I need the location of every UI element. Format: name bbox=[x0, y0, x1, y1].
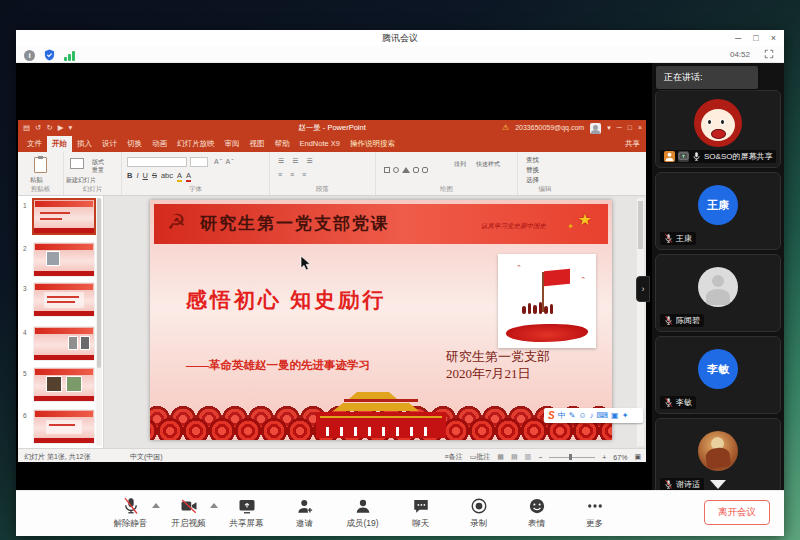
comments-button[interactable]: ▭批注 bbox=[470, 452, 491, 462]
paste-icon[interactable] bbox=[34, 157, 47, 173]
tab-design[interactable]: 设计 bbox=[97, 136, 122, 152]
highlight-button[interactable]: A bbox=[177, 171, 182, 182]
language-status[interactable]: 中文(中国) bbox=[130, 452, 163, 462]
zoom-level[interactable]: 67% bbox=[613, 454, 627, 461]
char-spacing-button[interactable]: abc bbox=[161, 171, 173, 182]
chat-button[interactable]: 聊天 bbox=[398, 497, 443, 530]
save-icon[interactable]: ▤ bbox=[23, 122, 30, 134]
ppt-close-button[interactable]: × bbox=[638, 122, 642, 134]
new-slide-label[interactable]: 新建幻灯片 bbox=[66, 176, 96, 185]
members-button[interactable]: 成员(19) bbox=[340, 497, 385, 530]
tab-file[interactable]: 文件 bbox=[22, 136, 47, 152]
sogou-logo[interactable]: S bbox=[548, 408, 555, 423]
participant-tile[interactable]: 谢诗适 bbox=[655, 418, 781, 490]
font-size-select[interactable] bbox=[190, 157, 208, 167]
share-screen-button[interactable]: 共享屏幕 bbox=[224, 497, 269, 530]
tell-me-search[interactable]: 操作说明搜索 bbox=[345, 136, 400, 152]
leave-meeting-button[interactable]: 离开会议 bbox=[704, 500, 770, 525]
notes-button[interactable]: ≡备注 bbox=[445, 452, 463, 462]
account-avatar[interactable] bbox=[590, 123, 601, 134]
account-email[interactable]: 2033650059@qq.com bbox=[515, 122, 584, 134]
ime-chinese-mode-icon[interactable]: 中 bbox=[558, 408, 566, 423]
video-options-caret[interactable] bbox=[210, 503, 218, 508]
find-button[interactable]: 查找 bbox=[526, 155, 539, 165]
maximize-button[interactable]: □ bbox=[753, 32, 758, 44]
shapes-gallery[interactable] bbox=[384, 160, 431, 178]
ime-voice-icon[interactable]: ♪ bbox=[590, 408, 594, 423]
participant-tile[interactable]: 王康 王康 bbox=[655, 172, 781, 250]
tab-view[interactable]: 视图 bbox=[245, 136, 270, 152]
ime-toolbox-icon[interactable]: ✦ bbox=[622, 408, 629, 423]
slideshow-icon[interactable]: ▶ bbox=[58, 122, 64, 134]
tab-animations[interactable]: 动画 bbox=[147, 136, 172, 152]
ribbon-display-icon[interactable]: ▾ bbox=[607, 122, 611, 134]
minimize-button[interactable]: ─ bbox=[735, 32, 741, 44]
security-shield-icon[interactable] bbox=[44, 49, 55, 61]
participant-tile[interactable]: 李敏 李敏 bbox=[655, 336, 781, 414]
participant-tile[interactable]: 陈闻碧 bbox=[655, 254, 781, 332]
zoom-slider[interactable] bbox=[549, 457, 595, 458]
underline-button[interactable]: U bbox=[143, 171, 148, 182]
zoom-in-button[interactable]: + bbox=[602, 454, 606, 461]
italic-button[interactable]: I bbox=[136, 171, 138, 182]
tab-endnote[interactable]: EndNote X9 bbox=[295, 136, 345, 152]
sidebar-collapse-handle[interactable]: › bbox=[636, 276, 650, 302]
current-slide[interactable]: ☭ 研究生第一党支部党课 认真学习党史新中国史 ★ ✦ 感悟初心 知史励行 ——… bbox=[150, 200, 612, 440]
tab-help[interactable]: 帮助 bbox=[270, 136, 295, 152]
view-reading-icon[interactable]: ▥ bbox=[525, 453, 532, 461]
new-slide-icon[interactable] bbox=[70, 158, 84, 169]
slide-thumbnail-6[interactable] bbox=[34, 410, 94, 443]
scroll-more-participants-icon[interactable] bbox=[710, 480, 726, 489]
bold-button[interactable]: B bbox=[127, 171, 132, 182]
participant-tile-screen-share[interactable]: SO&SO的屏幕共享 bbox=[655, 90, 781, 168]
slide-thumbnail-1[interactable] bbox=[34, 200, 94, 233]
share-button[interactable]: 共享 bbox=[625, 136, 640, 152]
reset-label[interactable]: 重置 bbox=[92, 166, 104, 175]
slide-thumbnail-2[interactable] bbox=[34, 243, 94, 276]
font-grow-shrink-icons[interactable]: Aˆ Aˇ bbox=[214, 158, 235, 165]
tab-insert[interactable]: 插入 bbox=[72, 136, 97, 152]
unmute-button[interactable]: 解除静音 bbox=[108, 497, 153, 530]
start-video-button[interactable]: 开启视频 bbox=[166, 497, 211, 530]
font-color-button[interactable]: A bbox=[186, 171, 191, 182]
paste-label[interactable]: 粘贴 bbox=[30, 176, 43, 185]
arrange-button[interactable]: 排列 bbox=[454, 160, 466, 169]
fit-slide-icon[interactable]: ▣ bbox=[634, 453, 641, 461]
more-button[interactable]: 更多 bbox=[572, 497, 617, 530]
thumbnail-scrollbar[interactable] bbox=[96, 198, 102, 446]
undo-icon[interactable]: ↺ bbox=[35, 122, 41, 134]
ime-toolbar[interactable]: S 中 ✎ ☺ ♪ ⌨ ▣ ✦ bbox=[544, 408, 643, 423]
align-buttons[interactable]: ≡ ≡ ≡ bbox=[278, 171, 309, 178]
font-name-select[interactable] bbox=[127, 157, 187, 167]
ime-keyboard-icon[interactable]: ⌨ bbox=[597, 408, 609, 423]
fullscreen-icon[interactable] bbox=[764, 49, 774, 59]
slide-thumbnail-3[interactable] bbox=[34, 283, 94, 316]
mic-options-caret[interactable] bbox=[152, 503, 160, 508]
tab-slideshow[interactable]: 幻灯片放映 bbox=[172, 136, 220, 152]
ppt-maximize-button[interactable]: □ bbox=[628, 122, 632, 134]
slide-thumbnail-5[interactable] bbox=[34, 368, 94, 401]
record-button[interactable]: 录制 bbox=[456, 497, 501, 530]
select-button[interactable]: 选择 bbox=[526, 175, 539, 185]
close-button[interactable]: × bbox=[771, 32, 776, 44]
slide-thumbnail-4[interactable] bbox=[34, 327, 94, 360]
tab-home[interactable]: 开始 bbox=[47, 136, 72, 152]
ppt-minimize-button[interactable]: ─ bbox=[617, 122, 622, 134]
ime-emoji-icon[interactable]: ☺ bbox=[578, 408, 586, 423]
tab-review[interactable]: 审阅 bbox=[220, 136, 245, 152]
zoom-out-button[interactable]: − bbox=[538, 454, 542, 461]
list-buttons[interactable]: ☰ ☰ ☰ bbox=[278, 157, 316, 165]
strikethrough-button[interactable]: S bbox=[152, 171, 157, 182]
ime-pen-icon[interactable]: ✎ bbox=[569, 408, 576, 423]
emoji-button[interactable]: 表情 bbox=[514, 497, 559, 530]
replace-button[interactable]: 替换 bbox=[526, 165, 539, 175]
tab-transitions[interactable]: 切换 bbox=[122, 136, 147, 152]
meeting-info-icon[interactable]: i bbox=[24, 50, 35, 61]
view-sorter-icon[interactable]: ▤ bbox=[511, 453, 518, 461]
customize-qat-icon[interactable]: ▾ bbox=[68, 122, 72, 134]
redo-icon[interactable]: ↻ bbox=[46, 122, 52, 134]
ime-clipboard-icon[interactable]: ▣ bbox=[611, 408, 619, 423]
view-normal-icon[interactable]: ▦ bbox=[497, 453, 504, 461]
quick-styles-button[interactable]: 快速样式 bbox=[476, 160, 500, 169]
invite-button[interactable]: 邀请 bbox=[282, 497, 327, 530]
